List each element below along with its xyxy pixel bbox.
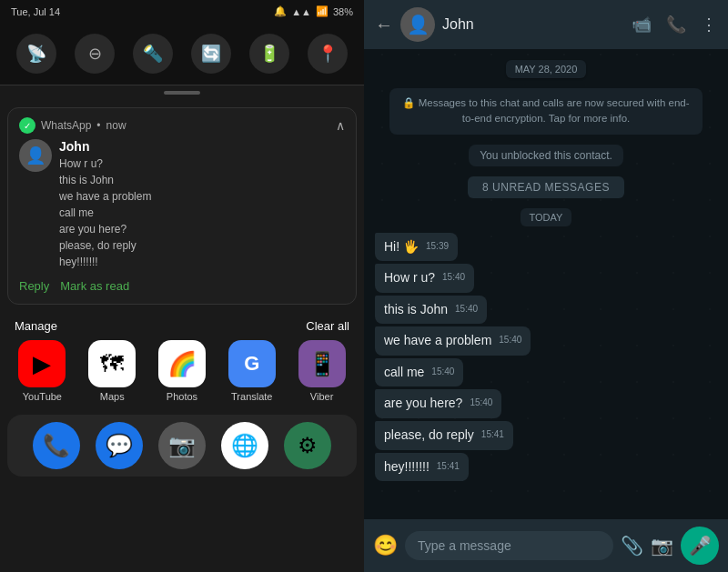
message-bubble-4: call me 15:40 (375, 358, 463, 387)
encryption-text: Messages to this chat and calls are now … (419, 97, 690, 124)
left-panel: Tue, Jul 14 🔔 ▲▲ 📶 38% 📡 ⊖ 🔦 🔄 🔋 📍 ✓ Wha… (0, 0, 364, 572)
app-item-translate[interactable]: G Translate (223, 340, 281, 402)
notification-app-name: WhatsApp (41, 119, 91, 132)
status-right: 🔔 ▲▲ 📶 38% (274, 5, 353, 17)
bubble-time-5: 15:40 (470, 396, 492, 409)
message-bubble-1: How r u? 15:40 (375, 264, 474, 293)
input-bar: 😊 📎 📷 🎤 (364, 519, 728, 572)
dnd-icon[interactable]: ⊖ (75, 34, 115, 74)
clear-all-button[interactable]: Clear all (306, 319, 349, 333)
signal-icon: 📶 (316, 5, 329, 17)
flashlight-icon[interactable]: 🔦 (133, 34, 173, 74)
chat-contact-name: John (442, 16, 624, 33)
notification-header: ✓ WhatsApp • now ∧ (19, 117, 345, 134)
bubble-time-7: 15:41 (437, 460, 460, 473)
message-bubble-2: this is John 15:40 (375, 296, 487, 325)
notification-avatar: 👤 (19, 139, 52, 172)
message-bubble-0: Hi! 🖐 15:39 (375, 233, 458, 262)
app-grid-header: Manage Clear all (0, 312, 364, 336)
photos-icon: 🌈 (158, 340, 206, 387)
app-item-viber[interactable]: 📱 Viber (293, 340, 351, 402)
app-label-youtube: YouTube (23, 391, 62, 402)
dock-messages-icon[interactable]: 💬 (96, 422, 143, 469)
attach-icon[interactable]: 📎 (621, 535, 643, 557)
dock-settings-icon[interactable]: ⚙ (284, 422, 331, 469)
status-date: Tue, Jul 14 (11, 6, 60, 17)
today-badge: TODAY (521, 208, 572, 226)
notification-header-left: ✓ WhatsApp • now (19, 117, 126, 134)
reply-button[interactable]: Reply (19, 277, 49, 295)
maps-icon: 🗺 (88, 340, 136, 387)
bubble-time-1: 15:40 (442, 271, 465, 284)
quick-settings: 📡 ⊖ 🔦 🔄 🔋 📍 (0, 23, 364, 85)
chevron-up-icon[interactable]: ∧ (336, 118, 345, 133)
message-bubble-7: hey!!!!!!! 15:41 (375, 453, 469, 482)
notification-text: John How r u?this is Johnwe have a probl… (59, 139, 345, 270)
notification-time-value: now (106, 119, 126, 132)
back-button[interactable]: ← (375, 15, 393, 35)
encryption-notice: 🔒 Messages to this chat and calls are no… (389, 88, 703, 135)
notification-sender: John (59, 139, 345, 154)
viber-icon: 📱 (298, 340, 346, 387)
message-input[interactable] (405, 531, 613, 560)
notification-card: ✓ WhatsApp • now ∧ 👤 John How r u?this i… (7, 107, 357, 305)
hotspot-icon[interactable]: 📡 (16, 34, 56, 74)
home-dock: 📞 💬 📷 🌐 ⚙ (7, 415, 357, 477)
messages-area[interactable]: MAY 28, 2020 🔒 Messages to this chat and… (364, 49, 728, 519)
translate-icon: G (228, 340, 276, 387)
notification-actions: Reply Mark as read (19, 277, 345, 295)
dock-camera-icon[interactable]: 📷 (158, 422, 206, 469)
bell-icon: 🔔 (274, 5, 287, 17)
chat-avatar: 👤 (400, 7, 435, 42)
bubble-time-4: 15:40 (431, 366, 454, 378)
bubble-time-3: 15:40 (499, 334, 521, 346)
status-bar: Tue, Jul 14 🔔 ▲▲ 📶 38% (0, 0, 364, 23)
app-item-photos[interactable]: 🌈 Photos (153, 340, 211, 402)
voice-call-icon[interactable]: 📞 (666, 15, 686, 35)
whatsapp-icon: ✓ (19, 117, 35, 134)
chat-header: ← 👤 John 📹 📞 ⋮ (364, 0, 728, 49)
unblock-notice: You unblocked this contact. (469, 145, 623, 166)
notification-body: 👤 John How r u?this is Johnwe have a pro… (19, 139, 345, 270)
battery-label: 38% (333, 6, 353, 17)
app-grid: ▶ YouTube 🗺 Maps 🌈 Photos G Translate 📱 … (0, 336, 364, 411)
bubble-time-6: 15:41 (481, 428, 504, 441)
app-label-viber: Viber (310, 391, 333, 402)
chat-header-actions: 📹 📞 ⋮ (632, 15, 717, 35)
dock-phone-icon[interactable]: 📞 (33, 422, 80, 469)
app-item-youtube[interactable]: ▶ YouTube (13, 340, 71, 402)
lock-icon: 🔒 (402, 97, 415, 108)
bubble-time-2: 15:40 (455, 303, 478, 316)
message-bubble-5: are you here? 15:40 (375, 389, 501, 418)
right-panel: ← 👤 John 📹 📞 ⋮ MAY 28, 2020 🔒 Messages t… (364, 0, 728, 572)
app-label-photos: Photos (167, 391, 197, 402)
dock-chrome-icon[interactable]: 🌐 (221, 422, 268, 469)
bubble-time-0: 15:39 (426, 240, 449, 253)
manage-button[interactable]: Manage (15, 319, 57, 333)
message-bubble-3: we have a problem 15:40 (375, 326, 531, 356)
wifi-icon: ▲▲ (291, 6, 311, 17)
app-label-maps: Maps (100, 391, 125, 402)
more-options-icon[interactable]: ⋮ (701, 15, 717, 35)
mic-button[interactable]: 🎤 (681, 527, 719, 565)
app-item-maps[interactable]: 🗺 Maps (83, 340, 141, 402)
camera-icon[interactable]: 📷 (651, 535, 673, 557)
unread-badge: 8 UNREAD MESSAGES (468, 176, 624, 198)
video-call-icon[interactable]: 📹 (632, 15, 652, 35)
date-badge: MAY 28, 2020 (506, 60, 587, 78)
notification-time: • (96, 119, 100, 132)
notification-messages: How r u?this is Johnwe have a problemcal… (59, 156, 345, 270)
mark-as-read-button[interactable]: Mark as read (60, 277, 129, 295)
emoji-button[interactable]: 😊 (373, 534, 398, 557)
message-bubble-6: please, do reply 15:41 (375, 421, 513, 450)
youtube-icon: ▶ (18, 340, 66, 387)
location-icon[interactable]: 📍 (308, 34, 348, 74)
rotate-icon[interactable]: 🔄 (191, 34, 231, 74)
divider (164, 91, 200, 95)
battery-icon[interactable]: 🔋 (249, 34, 289, 74)
app-label-translate: Translate (231, 391, 272, 402)
